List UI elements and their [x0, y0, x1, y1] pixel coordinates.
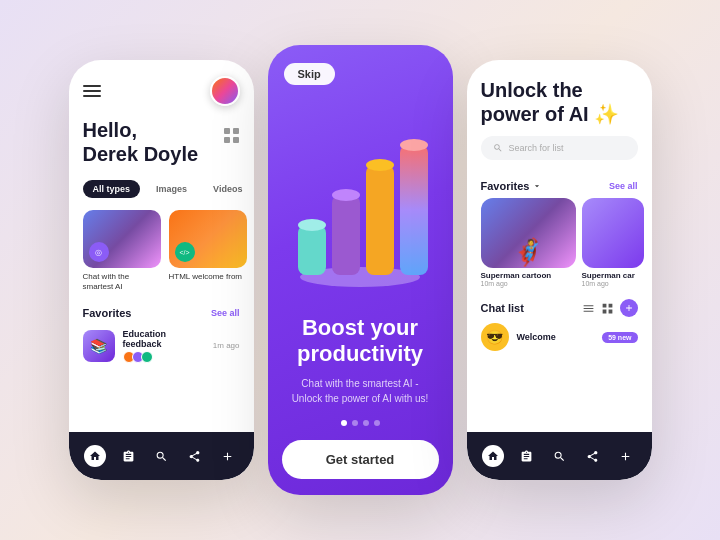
bottom-nav-right: [467, 432, 652, 480]
chat-section: Chat list 😎 Welcome 59 new: [467, 295, 652, 357]
svg-rect-7: [400, 145, 428, 275]
images-row: 🦸 Superman cartoon 10m ago Superman car …: [467, 198, 652, 295]
dot-2[interactable]: [352, 420, 358, 426]
img-label-2: Superman car: [582, 271, 644, 280]
bottom-nav-left: [69, 432, 254, 480]
pagination-dots: [288, 420, 433, 426]
img-label-1: Superman cartoon: [481, 271, 576, 280]
list-content: Education feedback: [123, 329, 205, 363]
chat-avatar: 😎: [481, 323, 509, 351]
dot-4[interactable]: [374, 420, 380, 426]
image-main-2: [582, 198, 644, 268]
filter-tabs: All types Images Videos Conter: [69, 174, 254, 204]
add-chat-button[interactable]: [620, 299, 638, 317]
svg-point-2: [298, 219, 326, 231]
card-image-1: ◎: [83, 210, 161, 268]
phone-left: Hello, Derek Doyle All types Images Vide…: [69, 60, 254, 480]
left-header: [69, 60, 254, 114]
favorites-see-all[interactable]: See all: [211, 308, 240, 318]
card-image-2: </>: [169, 210, 247, 268]
img-bg-2: [582, 198, 644, 268]
nav-plus-right[interactable]: [614, 445, 636, 467]
svg-point-6: [366, 159, 394, 171]
mini-avatar-3: [141, 351, 153, 363]
list-item[interactable]: 📚 Education feedback 1m ago: [69, 323, 254, 369]
skip-button[interactable]: Skip: [284, 63, 335, 85]
nav-clipboard-right[interactable]: [515, 445, 537, 467]
svg-rect-5: [366, 165, 394, 275]
chat-item[interactable]: 😎 Welcome 59 new: [481, 323, 638, 351]
nav-home-right[interactable]: [482, 445, 504, 467]
svg-point-4: [332, 189, 360, 201]
favorites-label-right: Favorites: [481, 180, 543, 192]
right-header: Unlock the power of AI ✨ Search for list: [467, 60, 652, 176]
middle-subtitle: Chat with the smartest AI - Unlock the p…: [288, 376, 433, 406]
svg-rect-3: [332, 195, 360, 275]
card-title-1: Chat with the smartest AI: [83, 272, 161, 293]
greeting-hello: Hello,: [83, 118, 240, 142]
favorites-label: Favorites: [83, 307, 132, 319]
grid-view-chat-icon[interactable]: [601, 302, 614, 315]
img-bg-1: 🦸: [481, 198, 576, 268]
card-badge-1: ◎: [89, 242, 109, 262]
grid-view-icon[interactable]: [224, 128, 240, 144]
avatar[interactable]: [210, 76, 240, 106]
cartoon-figure: 🦸: [512, 237, 544, 268]
chat-header: Chat list: [481, 299, 638, 317]
card-item-2[interactable]: </> HTML welcome from: [169, 210, 247, 293]
chat-title: Chat list: [481, 302, 524, 314]
list-avatar: 📚: [83, 330, 115, 362]
filter-images[interactable]: Images: [146, 180, 197, 198]
dot-1[interactable]: [341, 420, 347, 426]
dot-3[interactable]: [363, 420, 369, 426]
filter-all-types[interactable]: All types: [83, 180, 141, 198]
chat-icons: [582, 299, 638, 317]
nav-home[interactable]: [84, 445, 106, 467]
favorites-row-right: Favorites See all: [467, 176, 652, 198]
search-bar[interactable]: Search for list: [481, 136, 638, 160]
nav-clipboard[interactable]: [117, 445, 139, 467]
menu-icon[interactable]: [83, 85, 101, 97]
image-card-2[interactable]: Superman car 10m ago: [582, 198, 644, 287]
phone-right: Unlock the power of AI ✨ Search for list…: [467, 60, 652, 480]
phone-middle: Skip: [268, 45, 453, 495]
chat-badge: 59 new: [602, 332, 637, 343]
illustration: [268, 85, 453, 305]
nav-plus[interactable]: [216, 445, 238, 467]
middle-content: Boost your productivity Chat with the sm…: [268, 305, 453, 426]
get-started-button[interactable]: Get started: [282, 440, 439, 479]
card-item[interactable]: ◎ Chat with the smartest AI: [83, 210, 161, 293]
image-card-1[interactable]: 🦸 Superman cartoon 10m ago: [481, 198, 576, 287]
search-placeholder: Search for list: [509, 143, 564, 153]
svg-point-8: [400, 139, 428, 151]
favorites-see-all-right[interactable]: See all: [609, 181, 638, 191]
right-title: Unlock the power of AI ✨: [481, 78, 638, 126]
list-avatars: [123, 351, 205, 363]
greeting-section: Hello, Derek Doyle: [69, 114, 254, 174]
nav-share-right[interactable]: [581, 445, 603, 467]
filter-videos[interactable]: Videos: [203, 180, 252, 198]
menu-lines-icon[interactable]: [582, 302, 595, 315]
list-time: 1m ago: [213, 341, 240, 350]
phones-container: Hello, Derek Doyle All types Images Vide…: [69, 45, 652, 495]
greeting-name: Derek Doyle: [83, 142, 240, 166]
favorites-section-header: Favorites See all: [69, 299, 254, 323]
img-time-2: 10m ago: [582, 280, 644, 287]
nav-search[interactable]: [150, 445, 172, 467]
card-title-2: HTML welcome from: [169, 272, 247, 282]
chat-name: Welcome: [517, 332, 556, 342]
cards-row: ◎ Chat with the smartest AI </> HTML wel…: [69, 204, 254, 299]
nav-search-right[interactable]: [548, 445, 570, 467]
img-time-1: 10m ago: [481, 280, 576, 287]
svg-rect-1: [298, 225, 326, 275]
middle-title: Boost your productivity: [288, 315, 433, 368]
card-badge-2: </>: [175, 242, 195, 262]
image-main-1: 🦸: [481, 198, 576, 268]
list-name: Education feedback: [123, 329, 205, 349]
nav-share[interactable]: [183, 445, 205, 467]
